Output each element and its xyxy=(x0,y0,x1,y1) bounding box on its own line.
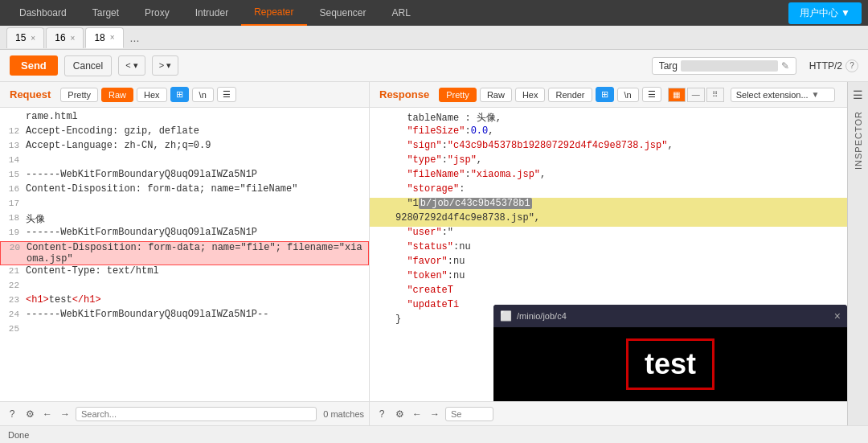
tab-16[interactable]: 16 × xyxy=(46,27,84,48)
nav-dashboard[interactable]: Dashboard xyxy=(6,0,80,26)
nav-fwd-button[interactable]: > ▾ xyxy=(152,55,178,76)
request-panel: Request Pretty Raw Hex ⊞ \n ☰ rame.html … xyxy=(0,82,370,425)
request-title: Request xyxy=(10,88,51,100)
target-field[interactable]: Targ ✎ xyxy=(652,57,796,75)
nav-intruder[interactable]: Intruder xyxy=(182,0,241,26)
resp-fmt-hex[interactable]: Hex xyxy=(515,88,546,102)
resp-fmt-icon1[interactable]: ⊞ xyxy=(596,87,614,102)
resp-line: "storage": xyxy=(370,183,847,198)
nav-back-button[interactable]: < ▾ xyxy=(118,55,145,76)
resp-line: "fileName":"xiaoma.jsp", xyxy=(370,169,847,183)
response-format-btns: Pretty Raw Hex Render ⊞ \n ☰ xyxy=(439,87,661,102)
code-line: 22 xyxy=(0,280,369,294)
popup-content: test xyxy=(493,327,847,401)
req-fmt-menu[interactable]: ☰ xyxy=(217,87,236,102)
resp-line: "sign":"c43c9b45378b192807292d4f4c9e8738… xyxy=(370,140,847,154)
response-search-input[interactable] xyxy=(445,407,493,421)
req-fmt-hex[interactable]: Hex xyxy=(137,88,167,102)
code-line: 23 <h1>test</h1> xyxy=(0,294,369,309)
resp-line: "type":"jsp", xyxy=(370,154,847,169)
http-version: HTTP/2 ? xyxy=(809,59,858,72)
code-line: 17 xyxy=(0,198,369,212)
nav-arl[interactable]: ARL xyxy=(379,0,424,26)
popup-overlay: ⬜ /minio/job/c4 × test xyxy=(493,305,847,401)
request-header: Request Pretty Raw Hex ⊞ \n ☰ xyxy=(0,82,369,108)
code-line: rame.html xyxy=(0,111,369,125)
code-line: 21 Content-Type: text/html xyxy=(0,265,369,280)
code-line: 14 xyxy=(0,154,369,169)
inspector-sidebar: ☰ INSPECTOR xyxy=(847,82,868,425)
resp-search-prev-icon[interactable]: ← xyxy=(410,407,424,421)
select-extension[interactable]: Select extension... ▼ xyxy=(731,88,835,102)
resp-fmt-menu[interactable]: ☰ xyxy=(642,87,661,102)
popup-url: /minio/job/c4 xyxy=(517,311,829,321)
target-edit-icon[interactable]: ✎ xyxy=(781,60,789,72)
resp-search-next-icon[interactable]: → xyxy=(428,407,442,421)
tab-more[interactable]: ... xyxy=(125,31,145,44)
resp-fmt-pretty[interactable]: Pretty xyxy=(439,88,477,102)
request-search-bar: ? ⚙ ← → 0 matches xyxy=(0,401,369,425)
nav-sequencer[interactable]: Sequencer xyxy=(307,0,379,26)
nav-repeater[interactable]: Repeater xyxy=(241,0,306,26)
search-next-icon[interactable]: → xyxy=(58,407,72,421)
resp-search-help-icon[interactable]: ? xyxy=(375,407,389,421)
inspector-label[interactable]: INSPECTOR xyxy=(854,103,863,178)
response-search-bar: ? ⚙ ← → xyxy=(370,401,847,425)
tab-15-close[interactable]: × xyxy=(31,34,35,43)
resp-search-settings-icon[interactable]: ⚙ xyxy=(392,407,407,421)
user-center-button[interactable]: 用户中心 ▼ xyxy=(788,2,862,24)
tab-18[interactable]: 18 × xyxy=(85,27,123,48)
popup-close-button[interactable]: × xyxy=(834,310,841,322)
help-icon[interactable]: ? xyxy=(845,59,858,72)
code-line: 12 Accept-Encoding: gzip, deflate xyxy=(0,125,369,140)
send-button[interactable]: Send xyxy=(10,55,58,76)
status-bar: Done xyxy=(0,425,868,443)
top-navigation: Dashboard Target Proxy Intruder Repeater… xyxy=(0,0,868,26)
select-ext-arrow: ▼ xyxy=(812,90,820,99)
popup-bar: ⬜ /minio/job/c4 × xyxy=(493,305,847,327)
req-fmt-newline[interactable]: \n xyxy=(192,88,214,102)
resp-line: "user":" xyxy=(370,227,847,241)
tab-bar: 15 × 16 × 18 × ... xyxy=(0,26,868,50)
inspector-menu-icon[interactable]: ☰ xyxy=(851,87,865,103)
nav-proxy[interactable]: Proxy xyxy=(132,0,182,26)
code-line: 18 头像 xyxy=(0,212,369,227)
code-line: 24 ------WebKitFormBoundaryQ8uqO9laIWZa5… xyxy=(0,309,369,323)
resp-line: "status":nu xyxy=(370,241,847,256)
main-content: Request Pretty Raw Hex ⊞ \n ☰ rame.html … xyxy=(0,82,868,425)
resp-fmt-render[interactable]: Render xyxy=(548,88,592,102)
code-line: 25 xyxy=(0,323,369,338)
cancel-button[interactable]: Cancel xyxy=(64,55,112,76)
resp-fmt-raw[interactable]: Raw xyxy=(480,88,512,102)
code-line: 16 Content-Disposition: form-data; name=… xyxy=(0,183,369,198)
code-line: 13 Accept-Language: zh-CN, zh;q=0.9 xyxy=(0,140,369,154)
response-panel: Response Pretty Raw Hex Render ⊞ \n ☰ ▦ … xyxy=(370,82,847,425)
search-help-icon[interactable]: ? xyxy=(5,407,19,421)
req-fmt-icon1[interactable]: ⊞ xyxy=(170,87,189,102)
popup-test-text: test xyxy=(626,338,714,390)
tab-15[interactable]: 15 × xyxy=(6,27,44,48)
view-btn-1[interactable]: ▦ xyxy=(668,88,686,102)
view-btn-3[interactable]: ⠿ xyxy=(706,88,724,102)
tab-16-close[interactable]: × xyxy=(71,34,76,43)
view-btn-2[interactable]: — xyxy=(687,88,705,102)
req-fmt-raw[interactable]: Raw xyxy=(101,88,133,102)
response-title: Response xyxy=(379,88,429,100)
response-area: Response Pretty Raw Hex Render ⊞ \n ☰ ▦ … xyxy=(370,82,868,425)
resp-line-highlighted: "1b/job/c43c9b45378b1 xyxy=(370,198,847,212)
search-settings-icon[interactable]: ⚙ xyxy=(23,407,37,421)
resp-fmt-newline[interactable]: \n xyxy=(617,88,639,102)
code-line: 19 ------WebKitFormBoundaryQ8uqO9laIWZa5… xyxy=(0,227,369,241)
resp-line: "favor":nu xyxy=(370,256,847,270)
request-format-btns: Pretty Raw Hex ⊞ \n ☰ xyxy=(60,87,236,102)
search-prev-icon[interactable]: ← xyxy=(40,407,55,421)
req-fmt-pretty[interactable]: Pretty xyxy=(60,88,98,102)
nav-target[interactable]: Target xyxy=(80,0,132,26)
toolbar: Send Cancel < ▾ > ▾ Targ ✎ HTTP/2 ? xyxy=(0,50,868,82)
view-toggle: ▦ — ⠿ xyxy=(668,88,724,102)
request-search-input[interactable] xyxy=(76,407,317,421)
tab-18-close[interactable]: × xyxy=(110,33,115,42)
response-header: Response Pretty Raw Hex Render ⊞ \n ☰ ▦ … xyxy=(370,82,847,108)
resp-line: tableName : 头像, xyxy=(370,111,847,125)
request-code-area[interactable]: rame.html 12 Accept-Encoding: gzip, defl… xyxy=(0,108,369,401)
